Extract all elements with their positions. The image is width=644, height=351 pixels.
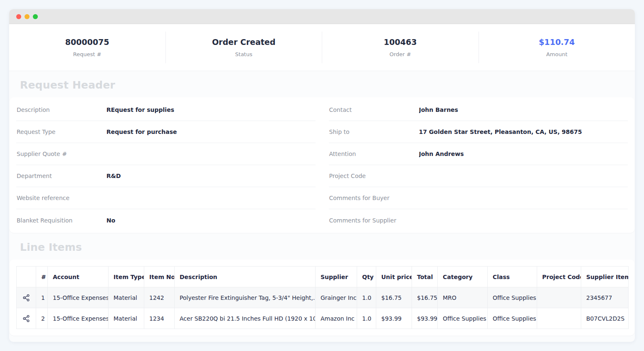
request-header-card: Description REquest for supplies Request…	[10, 97, 634, 233]
table-header-row: # Account Item Type Item No Description …	[17, 267, 629, 287]
field-contact: Contact John Barnes	[329, 99, 628, 121]
cell-project-code	[537, 308, 581, 329]
field-supplier-quote: Supplier Quote #	[16, 143, 316, 165]
cell-account: 15-Office Expenses	[48, 287, 109, 308]
col-header-num: #	[36, 267, 48, 287]
col-header-category: Category	[438, 267, 488, 287]
cell-supplier-item: 2345677	[581, 287, 629, 308]
col-header-project-code: Project Code	[537, 267, 581, 287]
cell-unit-price: $93.99	[376, 308, 412, 329]
cell-class: Office Supplies	[488, 287, 537, 308]
row-actions-cell	[17, 308, 36, 329]
request-number-label: Request #	[9, 51, 165, 57]
cell-description: Polyester Fire Extinguisher Tag, 5-3/4" …	[175, 287, 316, 308]
cell-item-no: 1242	[144, 287, 175, 308]
col-header-icon	[17, 267, 36, 287]
cell-item-type: Material	[109, 308, 144, 329]
col-header-supplier: Supplier	[316, 267, 357, 287]
cell-num: 2	[36, 308, 48, 329]
field-comments-for-buyer: Comments for Buyer	[329, 187, 628, 209]
cell-supplier: Grainger Inc.	[316, 287, 357, 308]
line-items-section-title: Line Items	[20, 241, 635, 253]
line-items-table: # Account Item Type Item No Description …	[16, 266, 629, 329]
request-number-value: 80000075	[9, 37, 165, 47]
cell-supplier: Amazon Inc	[316, 308, 357, 329]
field-label: Description	[16, 106, 106, 113]
amount-label: Amount	[479, 51, 635, 57]
cell-item-no: 1234	[144, 308, 175, 329]
request-header-section-title: Request Header	[20, 79, 635, 91]
field-description: Description REquest for supplies	[16, 99, 316, 121]
field-label: Website reference	[16, 195, 106, 201]
field-website-reference: Website reference	[16, 187, 316, 209]
col-header-supplier-item: Supplier Item #	[581, 267, 629, 287]
field-label: Attention	[329, 151, 419, 157]
row-actions-cell	[17, 287, 36, 308]
order-number-label: Order #	[322, 51, 479, 57]
close-window-icon[interactable]	[16, 14, 21, 19]
stat-order-number: 100463 Order #	[322, 32, 479, 63]
stat-status: Order Created Status	[166, 32, 323, 63]
field-value: John Barnes	[419, 106, 458, 113]
field-label: Department	[16, 173, 106, 179]
cell-num: 1	[36, 287, 48, 308]
cell-description: Acer SB220Q bi 21.5 Inches Full HD (1920…	[175, 308, 316, 329]
field-attention: Attention John Andrews	[329, 143, 628, 165]
line-items-card: # Account Item Type Item No Description …	[10, 260, 634, 336]
amount-value: $110.74	[479, 37, 635, 47]
cell-qty: 1.0	[357, 287, 376, 308]
field-label: Contact	[329, 106, 419, 113]
order-number-value: 100463	[322, 37, 479, 47]
maximize-window-icon[interactable]	[33, 14, 38, 19]
col-header-item-type: Item Type	[109, 267, 144, 287]
field-value: John Andrews	[419, 151, 464, 157]
app-window: 80000075 Request # Order Created Status …	[9, 9, 635, 342]
table-row[interactable]: 1 15-Office Expenses Material 1242 Polye…	[17, 287, 629, 308]
cell-account: 15-Office Expenses	[48, 308, 109, 329]
field-value: No	[106, 217, 115, 224]
field-label: Blanket Requisition	[16, 217, 106, 224]
field-value: 17 Golden Star Street, Pleasanton, CA, U…	[419, 129, 582, 135]
request-header-left-column: Description REquest for supplies Request…	[16, 99, 316, 231]
col-header-description: Description	[175, 267, 316, 287]
share-icon[interactable]	[22, 294, 30, 302]
cell-class: Office Supplies	[488, 308, 537, 329]
stat-request-number: 80000075 Request #	[9, 32, 166, 63]
share-icon[interactable]	[22, 314, 30, 323]
col-header-unit-price: Unit price	[376, 267, 412, 287]
status-label: Status	[166, 51, 322, 57]
cell-total: $93.99	[412, 308, 438, 329]
field-value: R&D	[106, 173, 121, 179]
field-blanket-requisition: Blanket Requisition No	[16, 209, 316, 231]
request-header-right-column: Contact John Barnes Ship to 17 Golden St…	[329, 99, 628, 231]
cell-category: MRO	[438, 287, 488, 308]
field-ship-to: Ship to 17 Golden Star Street, Pleasanto…	[329, 121, 628, 143]
field-label: Request Type	[16, 129, 106, 135]
table-row[interactable]: 2 15-Office Expenses Material 1234 Acer …	[17, 308, 629, 329]
field-value: REquest for supplies	[106, 106, 174, 113]
cell-item-type: Material	[109, 287, 144, 308]
cell-total: $16.75	[412, 287, 438, 308]
cell-category: Office Supplies	[438, 308, 488, 329]
window-titlebar	[9, 9, 635, 24]
cell-unit-price: $16.75	[376, 287, 412, 308]
col-header-account: Account	[48, 267, 109, 287]
field-label: Ship to	[329, 129, 419, 135]
col-header-class: Class	[488, 267, 537, 287]
field-value: Request for purchase	[106, 129, 177, 135]
field-label: Comments for Buyer	[329, 195, 419, 201]
summary-stats-bar: 80000075 Request # Order Created Status …	[9, 24, 635, 71]
field-label: Project Code	[329, 173, 419, 179]
field-request-type: Request Type Request for purchase	[16, 121, 316, 143]
cell-qty: 1.0	[357, 308, 376, 329]
field-label: Comments for Supplier	[329, 217, 419, 224]
field-label: Supplier Quote #	[16, 151, 106, 157]
field-project-code: Project Code	[329, 165, 628, 187]
field-comments-for-supplier: Comments for Supplier	[329, 209, 628, 231]
col-header-item-no: Item No	[144, 267, 175, 287]
col-header-qty: Qty	[357, 267, 376, 287]
minimize-window-icon[interactable]	[25, 14, 30, 19]
field-department: Department R&D	[16, 165, 316, 187]
status-value: Order Created	[166, 37, 322, 47]
cell-project-code	[537, 287, 581, 308]
